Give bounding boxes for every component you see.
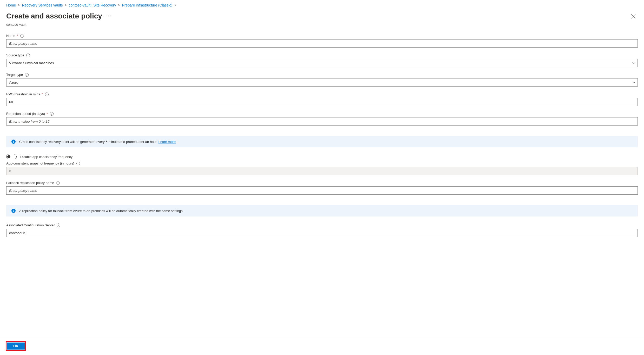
chevron-right-icon: > <box>118 3 120 7</box>
assoc-server-input[interactable] <box>6 229 638 237</box>
breadcrumb-vault-siterecovery[interactable]: contoso-vault | Site Recovery <box>69 3 116 7</box>
banner2-text: A replication policy for failback from A… <box>19 209 183 213</box>
page-title: Create and associate policy ··· <box>6 12 112 20</box>
close-button[interactable] <box>629 12 638 22</box>
learn-more-link[interactable]: Learn more <box>158 140 175 144</box>
breadcrumb-home[interactable]: Home <box>6 3 16 7</box>
app-consistent-input <box>6 167 638 175</box>
chevron-right-icon: > <box>18 3 20 7</box>
chevron-down-icon <box>632 81 635 84</box>
target-type-value: Azure <box>9 81 18 84</box>
app-consistent-label: App-consistent snapshot frequency (in ho… <box>6 161 74 165</box>
failback-input[interactable] <box>6 186 638 195</box>
disable-app-consistency-label: Disable app consistency frequency <box>20 155 73 159</box>
required-indicator: * <box>17 34 18 38</box>
breadcrumb: Home > Recovery Services vaults > contos… <box>6 3 638 7</box>
breadcrumb-prepare-infra[interactable]: Prepare infrastructure (Classic) <box>122 3 172 7</box>
footer: OK <box>0 337 644 355</box>
info-icon[interactable]: i <box>26 54 30 57</box>
required-indicator: * <box>42 92 43 96</box>
disable-app-consistency-toggle[interactable] <box>6 154 17 159</box>
info-icon[interactable]: i <box>57 223 60 227</box>
name-label: Name <box>6 34 15 38</box>
page-subtitle: contoso-vault <box>6 23 638 27</box>
failback-policy-info-banner: i A replication policy for failback from… <box>6 205 638 216</box>
info-icon[interactable]: i <box>20 34 24 38</box>
retention-label: Retention period (in days) <box>6 112 45 116</box>
info-solid-icon: i <box>11 209 16 213</box>
breadcrumb-vaults[interactable]: Recovery Services vaults <box>22 3 63 7</box>
ok-button[interactable]: OK <box>7 343 25 350</box>
ok-button-highlight: OK <box>6 341 26 351</box>
assoc-server-label: Associated Configuration Server <box>6 223 55 227</box>
source-type-select[interactable]: VMware / Physical machines <box>6 59 638 67</box>
info-icon[interactable]: i <box>25 73 29 77</box>
chevron-down-icon <box>632 61 635 64</box>
info-solid-icon: i <box>11 140 16 144</box>
target-type-select[interactable]: Azure <box>6 78 638 87</box>
info-icon[interactable]: i <box>56 181 60 185</box>
info-icon[interactable]: i <box>45 93 49 96</box>
info-icon[interactable]: i <box>76 162 80 165</box>
banner1-text: Crash consistency recovery point will be… <box>19 140 158 144</box>
chevron-right-icon: > <box>174 3 176 7</box>
required-indicator: * <box>47 112 48 116</box>
chevron-right-icon: > <box>65 3 67 7</box>
failback-label: Failback replication policy name <box>6 181 54 185</box>
rpo-label: RPO threshold in mins <box>6 92 40 96</box>
info-icon[interactable]: i <box>50 112 54 116</box>
more-actions-icon[interactable]: ··· <box>106 14 112 19</box>
rpo-input[interactable] <box>6 98 638 106</box>
crash-consistency-info-banner: i Crash consistency recovery point will … <box>6 136 638 147</box>
source-type-value: VMware / Physical machines <box>9 61 54 65</box>
close-icon <box>631 14 636 19</box>
retention-input[interactable] <box>6 117 638 126</box>
name-input[interactable] <box>6 39 638 48</box>
source-type-label: Source type <box>6 53 24 57</box>
target-type-label: Target type <box>6 73 23 77</box>
